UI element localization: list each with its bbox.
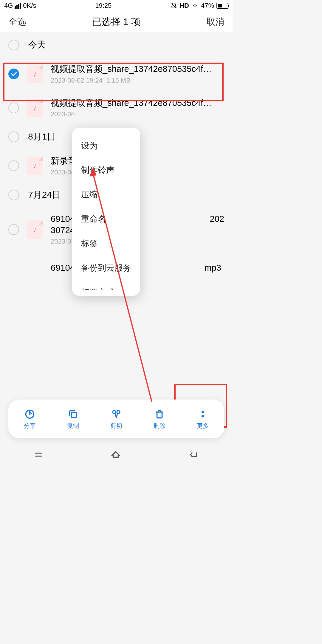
more-button[interactable]: 更多	[197, 408, 209, 430]
svg-rect-1	[72, 412, 77, 417]
section-checkbox[interactable]	[8, 40, 19, 50]
clock: 19:25	[95, 2, 112, 10]
menu-set-as[interactable]: 设为	[72, 134, 140, 158]
more-icon	[198, 408, 208, 420]
svg-point-4	[201, 411, 204, 413]
share-icon	[24, 408, 35, 420]
cut-label: 剪切	[110, 422, 122, 430]
menu-backup-cloud[interactable]: 备份到云服务	[72, 256, 140, 280]
music-file-icon: ♪	[27, 157, 43, 175]
file-checkbox-checked[interactable]	[8, 69, 19, 79]
battery-icon	[216, 3, 228, 9]
share-label: 分享	[24, 422, 36, 430]
file-meta: 2023-08-02 19:24 1.15 MB	[51, 77, 224, 84]
battery-percent: 47%	[201, 2, 214, 10]
menu-make-ringtone[interactable]: 制作铃声	[72, 158, 140, 182]
cut-button[interactable]: 剪切	[110, 408, 122, 430]
network-speed: 0K/s	[23, 2, 36, 10]
system-nav	[0, 444, 233, 465]
music-file-icon: ♪	[27, 65, 43, 83]
file-meta: 2023-08	[51, 110, 224, 118]
section-label: 7月24日	[28, 189, 61, 201]
bell-off-icon	[171, 2, 177, 9]
file-item[interactable]: ♪ 视频提取音频_share_13742e870535c4f… 2023-08	[0, 91, 233, 125]
copy-button[interactable]: 复制	[67, 408, 79, 430]
section-checkbox[interactable]	[8, 190, 19, 200]
network-type: 4G	[4, 2, 13, 10]
file-name: 视频提取音频_share_13742e870535c4f…	[51, 97, 224, 109]
bottom-toolbar: 分享 复制 剪切 删除 更多	[8, 400, 224, 438]
copy-icon	[68, 408, 78, 420]
delete-icon	[154, 408, 165, 420]
music-file-icon: ♪	[27, 220, 43, 239]
cancel-button[interactable]: 取消	[206, 16, 224, 28]
select-all-button[interactable]: 全选	[8, 16, 26, 28]
page-title: 已选择 1 项	[92, 16, 141, 29]
file-checkbox[interactable]	[8, 160, 19, 171]
header: 全选 已选择 1 项 取消	[0, 11, 233, 33]
context-menu: 设为 制作铃声 压缩 重命名 标签 备份到云服务 打开方式	[72, 128, 140, 296]
menu-nav-icon[interactable]	[32, 450, 44, 459]
menu-tag[interactable]: 标签	[72, 231, 140, 256]
delete-button[interactable]: 删除	[154, 408, 165, 430]
svg-point-5	[201, 415, 204, 417]
back-nav-icon[interactable]	[187, 450, 200, 459]
menu-open-with[interactable]: 打开方式	[72, 280, 140, 290]
status-bar: 4G 0K/s 19:25 HD 47%	[0, 0, 233, 11]
wifi-icon	[191, 3, 199, 9]
file-checkbox[interactable]	[8, 224, 19, 235]
section-label: 8月1日	[28, 131, 56, 143]
hd-label: HD	[179, 2, 189, 10]
file-name: 视频提取音频_share_13742e870535c4f…	[51, 64, 224, 75]
share-button[interactable]: 分享	[24, 408, 36, 430]
section-label: 今天	[28, 39, 46, 51]
music-file-icon: ♪	[27, 99, 43, 117]
home-nav-icon[interactable]	[109, 450, 122, 460]
section-checkbox[interactable]	[8, 131, 19, 142]
file-checkbox[interactable]	[8, 103, 19, 113]
more-label: 更多	[197, 422, 209, 430]
signal-icon	[15, 3, 21, 9]
copy-label: 复制	[67, 422, 79, 430]
section-today[interactable]: 今天	[0, 33, 233, 57]
menu-compress[interactable]: 压缩	[72, 182, 140, 207]
menu-rename[interactable]: 重命名	[72, 207, 140, 231]
file-item[interactable]: ♪ 视频提取音频_share_13742e870535c4f… 2023-08-…	[0, 57, 233, 91]
cut-icon	[111, 408, 121, 420]
delete-label: 删除	[154, 422, 165, 430]
